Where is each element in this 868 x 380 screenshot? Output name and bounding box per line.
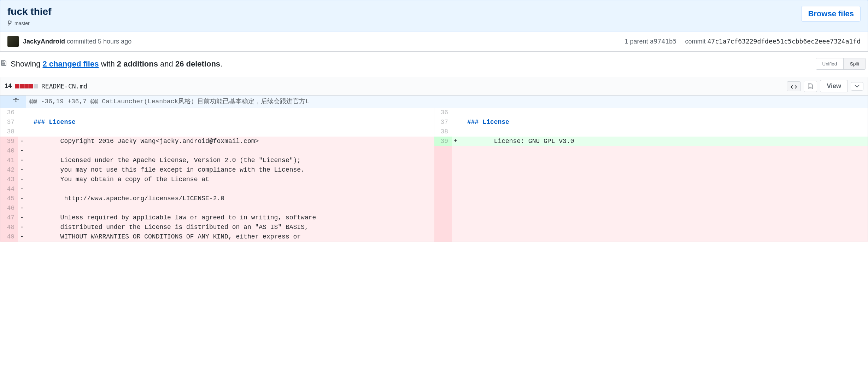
diff-marker: -	[18, 213, 26, 223]
committed-time: committed 5 hours ago	[67, 38, 131, 45]
hunk-header-row: @@ -36,19 +36,7 @@ CatLauncher(Leanback风…	[0, 96, 868, 108]
line-number[interactable]: 43	[0, 175, 18, 184]
code-line	[26, 203, 434, 213]
diff-row: 46-	[0, 203, 868, 213]
line-number[interactable]: 48	[0, 223, 18, 232]
commit-sha-wrap: commit 47c1a7cf63229dfdee51c5cbb6ec2eee7…	[685, 38, 861, 45]
diff-marker: -	[18, 146, 26, 156]
code-line	[459, 127, 868, 137]
diff-view-toggle: Unified Split	[816, 58, 866, 70]
line-number[interactable]: 39	[0, 137, 18, 146]
diff-row: 48- distributed under the License is dis…	[0, 223, 868, 232]
line-number[interactable]: 41	[0, 156, 18, 165]
diff-marker	[452, 127, 459, 137]
diff-row: 3838	[0, 127, 868, 137]
diff-marker: -	[18, 175, 26, 184]
collapse-chevron-icon[interactable]	[851, 82, 863, 91]
diff-row: 45- http://www.apache.org/licenses/LICEN…	[0, 194, 868, 203]
split-button[interactable]: Split	[843, 58, 866, 69]
commit-sha: 47c1a7cf63229dfdee51c5cbb6ec2eee7324a1fd	[708, 38, 861, 45]
line-number[interactable]: 37	[434, 117, 452, 127]
diff-marker: -	[18, 184, 26, 194]
code-line: License: GNU GPL v3.0	[459, 137, 868, 146]
file-name[interactable]: README-CN.md	[41, 82, 87, 90]
diff-marker: -	[18, 203, 26, 213]
diff-stats-bar: Showing 2 changed files with 2 additions…	[0, 52, 868, 75]
parent-commit: 1 parent a9741b5	[625, 38, 677, 45]
deletions-count: 26 deletions	[175, 59, 220, 68]
diff-marker	[18, 117, 26, 127]
diff-row: 37### License37### License	[0, 117, 868, 127]
author-bar: JackyAndroid committed 5 hours ago 1 par…	[0, 31, 868, 52]
changed-files-link[interactable]: 2 changed files	[43, 59, 99, 68]
line-number[interactable]: 38	[0, 127, 18, 137]
diff-marker: -	[18, 137, 26, 146]
view-file-button[interactable]: View	[820, 80, 848, 92]
commit-header: fuck thief master Browse files	[0, 0, 868, 31]
diff-marker: -	[18, 156, 26, 165]
line-number[interactable]: 47	[0, 213, 18, 223]
diff-marker: -	[18, 194, 26, 203]
diff-marker	[18, 127, 26, 137]
line-number[interactable]: 45	[0, 194, 18, 203]
branch-row: master	[7, 19, 51, 27]
parent-sha-link[interactable]: a9741b5	[650, 38, 677, 45]
diff-marker	[452, 117, 459, 127]
diff-marker: -	[18, 232, 26, 242]
code-line: WITHOUT WARRANTIES OR CONDITIONS OF ANY …	[26, 232, 434, 242]
line-number[interactable]: 49	[0, 232, 18, 242]
diff-marker	[18, 108, 26, 117]
diff-marker: +	[452, 137, 459, 146]
file-diff-box: 14 README-CN.md View	[0, 77, 868, 242]
diff-marker: -	[18, 223, 26, 232]
line-number[interactable]: 46	[0, 203, 18, 213]
code-line: you may not use this file except in comp…	[26, 165, 434, 175]
diff-row: 47- Unless required by applicable law or…	[0, 213, 868, 223]
diff-row: 39- Copyright 2016 Jacky Wang<jacky.andr…	[0, 137, 868, 146]
line-number[interactable]: 42	[0, 165, 18, 175]
diff-marker	[452, 108, 459, 117]
code-line	[26, 146, 434, 156]
diff-row: 44-	[0, 184, 868, 194]
source-view-icon[interactable]	[787, 81, 801, 91]
diff-file-icon	[1, 59, 7, 69]
avatar[interactable]	[7, 36, 19, 47]
browse-files-button[interactable]: Browse files	[801, 6, 861, 22]
code-line	[26, 127, 434, 137]
line-number[interactable]: 40	[0, 146, 18, 156]
diff-row: 40-	[0, 146, 868, 156]
diff-row: 3636	[0, 108, 868, 117]
file-header: 14 README-CN.md View	[0, 77, 868, 96]
diff-stat-blocks	[15, 84, 38, 88]
commit-title: fuck thief	[7, 6, 51, 17]
code-line: Copyright 2016 Jacky Wang<jacky.android@…	[26, 137, 434, 146]
code-line: http://www.apache.org/licenses/LICENSE-2…	[26, 194, 434, 203]
diff-marker: -	[18, 165, 26, 175]
code-line: Unless required by applicable law or agr…	[26, 213, 434, 223]
code-line	[26, 184, 434, 194]
file-change-count: 14	[5, 82, 12, 90]
line-number[interactable]: 36	[0, 108, 18, 117]
unified-button[interactable]: Unified	[816, 58, 844, 69]
rendered-view-icon[interactable]	[804, 81, 817, 92]
expand-icon[interactable]	[10, 96, 22, 106]
code-line: ### License	[459, 117, 868, 127]
line-number[interactable]: 39	[434, 137, 452, 146]
line-number[interactable]: 36	[434, 108, 452, 117]
author-name[interactable]: JackyAndroid	[23, 38, 65, 45]
branch-name[interactable]: master	[14, 21, 30, 26]
line-number[interactable]: 44	[0, 184, 18, 194]
code-line: ### License	[26, 117, 434, 127]
code-line: distributed under the License is distrib…	[26, 223, 434, 232]
diff-row: 41- Licensed under the Apache License, V…	[0, 156, 868, 165]
code-line	[26, 108, 434, 117]
code-line: Licensed under the Apache License, Versi…	[26, 156, 434, 165]
line-number[interactable]: 37	[0, 117, 18, 127]
diff-row: 42- you may not use this file except in …	[0, 165, 868, 175]
line-number[interactable]: 38	[434, 127, 452, 137]
diff-table: @@ -36,19 +36,7 @@ CatLauncher(Leanback风…	[0, 96, 868, 242]
git-branch-icon	[7, 19, 12, 27]
code-line: You may obtain a copy of the License at	[26, 175, 434, 184]
code-line	[459, 108, 868, 117]
additions-count: 2 additions	[117, 59, 158, 68]
